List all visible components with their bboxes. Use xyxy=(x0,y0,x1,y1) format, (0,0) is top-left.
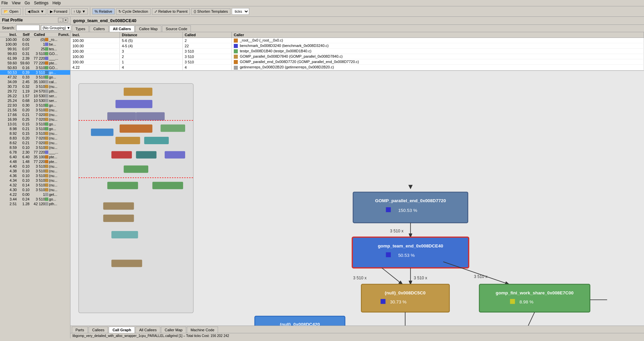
table-row[interactable]: 30.73 0.32 3 510 (nu... xyxy=(0,84,70,89)
callers-row[interactable]: 100.00 4-5 (4) 22 benchmark_0x008D3240 (… xyxy=(70,43,644,49)
cell-incl: 50.53 xyxy=(1,70,17,74)
bottom-tab-machine-code[interactable]: Machine Code xyxy=(187,327,218,333)
menu-help[interactable]: Help xyxy=(53,1,61,5)
table-row[interactable]: 4.48 1.48 77 220 pte... xyxy=(0,159,70,164)
metric-dropdown[interactable]: ticks xyxy=(232,8,249,15)
grouping-button[interactable]: (No Grouping) ▼ xyxy=(41,25,72,31)
table-row[interactable]: 34.09 2.45 35 100 cal... xyxy=(0,79,70,84)
cell-incl: 4.36 xyxy=(1,174,17,178)
table-row[interactable]: 59.60 59.60 77 220 pte... xyxy=(0,61,70,65)
table-row[interactable]: 100.00 0.00 (0) _ro... xyxy=(0,37,70,42)
call-graph-area[interactable]: ▼ GOMP_parallel_end_0x008D7720 150.53 % … xyxy=(70,71,644,326)
table-row[interactable]: 8.62 0.21 7 020 (nu... xyxy=(0,140,70,145)
table-row[interactable]: 25.24 0.68 10 530 ser... xyxy=(0,98,70,103)
tab-types[interactable]: Types xyxy=(72,25,89,32)
callers-row[interactable]: 100.00 1 3 510 GOMP_parallel_end_0x008D7… xyxy=(70,59,644,65)
table-row[interactable]: 8.83 0.20 7 020 (nu... xyxy=(0,136,70,140)
node-gomp-fini[interactable] xyxy=(479,284,590,312)
cell-name: pth... xyxy=(45,89,69,93)
table-row[interactable]: 22.93 0.30 3 510 go... xyxy=(0,103,70,108)
table-row[interactable]: 17.66 0.21 7 020 (nu... xyxy=(0,112,70,117)
bottom-tab-all-callees[interactable]: All Callees xyxy=(136,327,160,333)
cell-called: 24 570 xyxy=(30,89,45,93)
search-input[interactable] xyxy=(16,25,40,31)
cell-name: (nu... xyxy=(45,174,69,178)
bottom-tab-parts[interactable]: Parts xyxy=(72,327,88,333)
table-row[interactable]: 8.98 0.21 3 510 go... xyxy=(0,126,70,131)
table-row[interactable]: 21.56 0.20 3 510 (nu... xyxy=(0,108,70,112)
bottom-tab-callees[interactable]: Callees xyxy=(89,327,108,333)
table-row[interactable]: 3.44 0.24 3 510 go... xyxy=(0,197,70,202)
table-row[interactable]: 6.40 6.40 35 100 pte... xyxy=(0,155,70,159)
grouping-label: (No Grouping) xyxy=(43,26,66,30)
table-row[interactable]: 4.32 0.14 3 510 (nu... xyxy=(0,183,70,187)
menu-settings[interactable]: Settings xyxy=(34,1,48,5)
table-row[interactable]: 61.99 2.39 77 220 ___... xyxy=(0,56,70,61)
callers-row[interactable]: 100.00 3 3 510 testpr_0x008D1B40 (testpr… xyxy=(70,49,644,54)
table-row[interactable]: 26.22 1.57 10 530 ser... xyxy=(0,94,70,98)
node-null-dc5c0[interactable] xyxy=(361,284,449,312)
svg-rect-4 xyxy=(136,112,164,120)
color-indicator xyxy=(45,136,48,140)
svg-rect-12 xyxy=(165,151,185,158)
table-row[interactable]: 4.36 0.10 3 510 (nu... xyxy=(0,173,70,178)
menu-file[interactable]: File xyxy=(1,1,8,5)
table-row[interactable]: 47.32 0.33 3 510 go... xyxy=(0,75,70,79)
cell-incl: 4.48 xyxy=(1,160,17,164)
minimize-icon[interactable]: _ xyxy=(58,18,63,22)
table-row[interactable]: 100.00 0.01 1 be... xyxy=(0,42,70,47)
table-row[interactable]: 6.78 2.30 77 220 ___... xyxy=(0,150,70,155)
tab-callee-map[interactable]: Callee Map xyxy=(135,25,161,32)
table-row[interactable]: 8.92 0.15 3 510 (nu... xyxy=(0,131,70,136)
tab-source-code[interactable]: Source Code xyxy=(162,25,191,32)
callers-row[interactable]: 100.00 5-6 (5) 2 _root__0x0 (_root__0x0.… xyxy=(70,38,644,43)
back-button[interactable]: ◀ Back ▼ xyxy=(25,8,46,15)
table-row[interactable]: 29.72 1.19 24 570 pth... xyxy=(0,89,70,94)
svg-rect-13 xyxy=(124,165,148,173)
menu-view[interactable]: View xyxy=(12,1,20,5)
table-row[interactable]: 4.22 0.00 1 get... xyxy=(0,192,70,197)
table-row[interactable]: 99.91 0.07 25 tes... xyxy=(0,47,70,51)
shorten-templates-button[interactable]: ⟨⟩ Shorten Templates xyxy=(191,8,230,15)
relative-parent-icon: ⤢ xyxy=(154,9,157,14)
caller-called: 2 xyxy=(182,38,231,43)
table-row[interactable]: 4.38 0.10 3 510 (nu... xyxy=(0,169,70,173)
separator-1 xyxy=(23,7,23,15)
table-row[interactable]: 4.34 0.10 3 510 (nu... xyxy=(0,178,70,183)
bottom-tab-call-graph[interactable]: Call Graph xyxy=(109,327,135,333)
cell-self: 0.10 xyxy=(17,169,30,173)
table-row[interactable]: 4.40 0.10 3 510 (nu... xyxy=(0,164,70,169)
cell-called: (0) xyxy=(30,38,45,42)
relative-parent-button[interactable]: ⤢ Relative to Parent xyxy=(152,8,190,15)
close-icon[interactable]: × xyxy=(63,18,68,22)
table-body: 100.00 0.00 (0) _ro... 100.00 0.01 1 be.… xyxy=(0,37,70,338)
caller-distance: 3 xyxy=(120,49,182,54)
metric-select[interactable]: ticks xyxy=(232,8,249,15)
table-row[interactable]: 13.01 0.15 3 510 go... xyxy=(0,122,70,126)
forward-button[interactable]: ▶ Forward xyxy=(48,8,69,15)
table-row[interactable]: 50.53 0.39 3 510 go... xyxy=(0,70,70,75)
tab-all-callers[interactable]: All Callers xyxy=(109,25,135,32)
cell-name: go... xyxy=(45,127,69,131)
bottom-tab-caller-map[interactable]: Caller Map xyxy=(161,327,186,333)
menu-go[interactable]: Go xyxy=(24,1,30,5)
cycle-detection-button[interactable]: ↻ Cycle Detection xyxy=(116,8,151,15)
table-row[interactable]: 16.99 0.25 7 020 (nu... xyxy=(0,117,70,122)
open-button[interactable]: 📂 Open xyxy=(1,8,21,15)
caller-incl: 100.00 xyxy=(70,54,120,59)
table-row[interactable]: 2.51 1.28 42 120 pth... xyxy=(0,202,70,206)
cell-name: go... xyxy=(45,197,69,201)
up-button[interactable]: ↑ Up ▼ xyxy=(71,8,88,14)
callers-row[interactable]: 4.22 4 4 getinnerreps_0x008D2B20 (getinn… xyxy=(70,65,644,70)
cell-name: (nu... xyxy=(45,183,69,187)
caller-distance: 5-6 (5) xyxy=(120,38,182,43)
table-row[interactable]: 99.83 0.31 3 510 GO... xyxy=(0,51,70,56)
table-row[interactable]: 8.59 0.10 3 510 (nu... xyxy=(0,145,70,150)
cell-self: 1.48 xyxy=(17,160,30,164)
table-row[interactable]: 50.83 0.16 3 510 GO... xyxy=(0,65,70,70)
tab-callers[interactable]: Callers xyxy=(90,25,108,32)
table-row[interactable]: 4.30 0.10 3 510 (nu... xyxy=(0,187,70,192)
callers-row[interactable]: 100.00 2 3 510 GOMP_parallel_0x008D7840 … xyxy=(70,54,644,59)
relative-button[interactable]: % Relative xyxy=(92,8,115,14)
svg-line-47 xyxy=(521,312,535,326)
